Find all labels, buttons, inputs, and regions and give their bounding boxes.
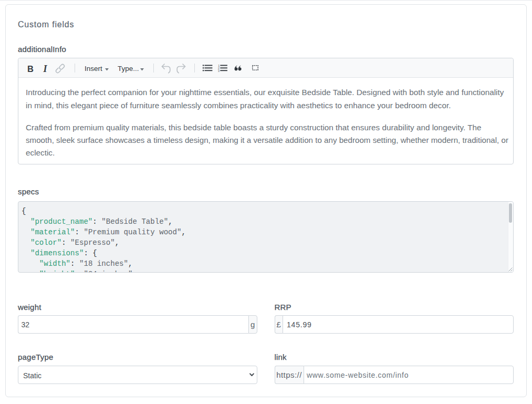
svg-text:3: 3 bbox=[218, 69, 220, 72]
